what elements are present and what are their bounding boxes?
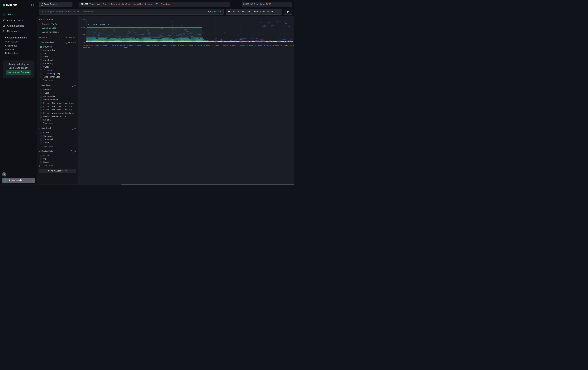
- svg-text:9/14/25: 9/14/25: [83, 47, 90, 49]
- svg-text:400: 400: [81, 26, 85, 28]
- svg-text:8:30am: 8:30am: [264, 44, 271, 47]
- svg-text:200: 200: [81, 34, 85, 36]
- svg-text:9:30am: 9:30am: [281, 44, 288, 47]
- svg-text:7:00am: 7:00am: [238, 44, 245, 47]
- svg-text:1:30am: 1:30am: [143, 44, 150, 47]
- svg-text:6:30am: 6:30am: [230, 44, 236, 47]
- svg-text:9:00am: 9:00am: [273, 44, 279, 47]
- svg-text:0: 0: [84, 41, 85, 43]
- svg-text:11:00pm: 11:00pm: [100, 44, 107, 47]
- svg-text:4:00am: 4:00am: [187, 44, 193, 47]
- svg-text:3:00am: 3:00am: [169, 44, 176, 47]
- svg-text:10:00pm: 10:00pm: [83, 44, 90, 47]
- svg-text:8:00am: 8:00am: [255, 44, 262, 47]
- svg-text:Filter by Selection: Filter by Selection: [88, 23, 110, 26]
- svg-text:7:30am: 7:30am: [247, 44, 253, 47]
- svg-text:10:00am: 10:00am: [289, 44, 294, 47]
- svg-text:4:30am: 4:30am: [195, 44, 202, 47]
- svg-text:12:30am: 12:30am: [126, 44, 133, 47]
- svg-text:12:00am: 12:00am: [117, 44, 125, 47]
- svg-text:9/15: 9/15: [124, 47, 128, 49]
- svg-text:5:30am: 5:30am: [212, 44, 219, 47]
- svg-text:10:30pm: 10:30pm: [91, 44, 99, 47]
- svg-text:2:30am: 2:30am: [160, 44, 167, 47]
- svg-text:11:30pm: 11:30pm: [108, 44, 116, 47]
- svg-text:6:00am: 6:00am: [221, 44, 228, 47]
- svg-text:2:00am: 2:00am: [152, 44, 159, 47]
- svg-text:600: 600: [81, 19, 85, 21]
- svg-text:1:00am: 1:00am: [135, 44, 141, 47]
- svg-text:3:30am: 3:30am: [178, 44, 185, 47]
- svg-text:5:00am: 5:00am: [204, 44, 210, 47]
